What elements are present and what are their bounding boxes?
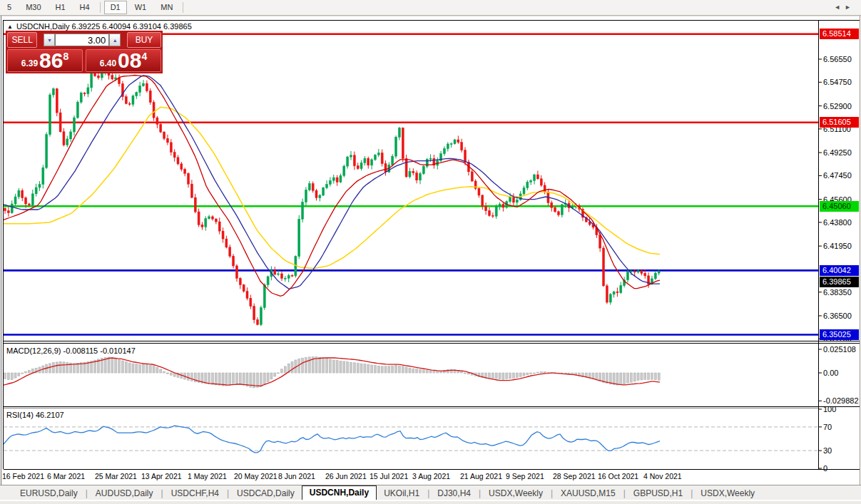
rsi-tick: 0 <box>823 464 827 473</box>
rsi-tick: 100 <box>823 405 836 413</box>
price-tick: 6.47450 <box>823 171 852 180</box>
sell-price-box[interactable]: 6.39 86 8 <box>7 49 83 72</box>
price-badge-6.35025: 6.35025 <box>820 329 859 340</box>
chart-title-text: USDCNH,Daily 6.39225 6.40094 6.39104 6.3… <box>16 22 192 31</box>
buy-price-box[interactable]: 6.40 08 4 <box>86 49 161 72</box>
buy-price-point: 4 <box>141 51 147 62</box>
volume-input[interactable] <box>55 34 109 46</box>
price-badge-6.51605: 6.51605 <box>820 117 859 128</box>
sell-button[interactable]: SELL <box>7 32 37 48</box>
price-tick: 6.41950 <box>823 242 852 250</box>
chart-canvas[interactable] <box>0 0 861 504</box>
date-tick: 6 Mar 2021 <box>47 472 85 480</box>
date-tick: 3 Aug 2021 <box>412 472 450 480</box>
volume-decrease-button[interactable]: ▼ <box>44 34 55 46</box>
price-tick: 6.54750 <box>823 78 852 86</box>
one-click-trading-panel: SELL ▼ ▲ BUY 6.39 86 8 6.40 08 4 <box>6 31 163 73</box>
macd-tick: 0.00 <box>823 369 838 377</box>
date-tick: 25 Mar 2021 <box>95 472 137 480</box>
price-badge-6.45060: 6.45060 <box>820 201 859 212</box>
price-tick: 6.38350 <box>823 288 852 297</box>
date-tick: 1 May 2021 <box>188 472 227 480</box>
volume-increase-button[interactable]: ▲ <box>109 34 121 46</box>
price-badge-6.58514: 6.58514 <box>820 29 859 39</box>
rsi-indicator-label: RSI(14) 46.2107 <box>6 411 64 419</box>
date-tick: 21 Aug 2021 <box>460 472 502 480</box>
sell-price-point: 8 <box>63 51 68 62</box>
rsi-tick: 70 <box>823 423 832 431</box>
date-tick: 26 Jun 2021 <box>325 472 367 480</box>
rsi-tick: 30 <box>823 446 832 455</box>
date-tick: 16 Feb 2021 <box>2 472 44 480</box>
date-tick: 15 Jul 2021 <box>370 472 408 480</box>
sell-price-pips: 86 <box>39 51 63 71</box>
price-tick: 6.52900 <box>823 102 852 110</box>
date-tick: 28 Sep 2021 <box>553 472 596 480</box>
price-tick: 6.43800 <box>823 218 852 227</box>
date-tick: 16 Oct 2021 <box>598 472 638 480</box>
trading-terminal: 5M30H1H4D1W1MN ▲USDCNH,Daily 6.39225 6.4… <box>0 0 861 504</box>
price-badge-6.40042: 6.40042 <box>820 265 859 276</box>
price-tick: 6.36500 <box>823 312 852 320</box>
macd-tick: 0.025108 <box>823 345 856 354</box>
buy-price-base: 6.40 <box>100 58 116 68</box>
buy-price-pips: 08 <box>118 51 141 71</box>
sell-price-base: 6.39 <box>21 58 38 68</box>
price-badge-6.39865: 6.39865 <box>820 277 859 287</box>
chart-title: ▲USDCNH,Daily 6.39225 6.40094 6.39104 6.… <box>7 22 192 31</box>
date-tick: 8 Jun 2021 <box>278 472 315 480</box>
collapse-panel-icon[interactable]: ▲ <box>7 24 13 30</box>
macd-indicator-label: MACD(12,26,9) -0.008115 -0.010147 <box>6 346 136 355</box>
date-tick: 20 May 2021 <box>234 472 277 480</box>
date-tick: 13 Apr 2021 <box>141 472 182 480</box>
date-tick: 9 Sep 2021 <box>506 472 544 480</box>
macd-tick: -0.029882 <box>823 396 859 405</box>
date-tick: 4 Nov 2021 <box>643 472 682 480</box>
price-tick: 6.49250 <box>823 148 852 157</box>
buy-button[interactable]: BUY <box>127 32 161 48</box>
price-tick: 6.56550 <box>823 55 852 63</box>
